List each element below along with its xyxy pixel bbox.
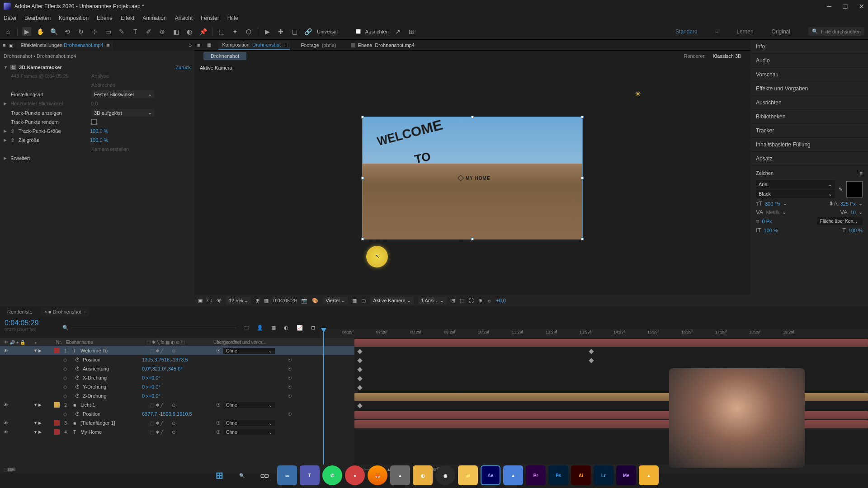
- firefox-icon[interactable]: 🦊: [368, 465, 387, 485]
- stopwatch-icon[interactable]: ⏱: [75, 393, 80, 399]
- menu-animation[interactable]: Animation: [142, 15, 166, 21]
- start-button[interactable]: ⊞: [209, 465, 229, 485]
- app-icon-yellow2[interactable]: ▲: [639, 465, 659, 485]
- menu-komposition[interactable]: Komposition: [59, 15, 89, 21]
- magnify-icon[interactable]: ▣: [198, 298, 203, 304]
- comp-menu-icon[interactable]: ≡: [197, 42, 200, 48]
- tracking-value[interactable]: 10: [850, 210, 856, 215]
- resolution-dropdown[interactable]: Viertel ⌄: [323, 297, 348, 305]
- stopwatch-icon[interactable]: ⏱: [75, 357, 80, 362]
- timeline-ruler[interactable]: 06:29f07:29f08:29f09:29f10:29f11:29f12:2…: [320, 329, 868, 338]
- snapshot-icon[interactable]: 📷: [301, 298, 307, 304]
- hand-tool-icon[interactable]: ✋: [36, 27, 45, 36]
- vf-icon4[interactable]: ⊕: [478, 298, 482, 304]
- panel-menu-icon[interactable]: ≡: [3, 42, 5, 48]
- ae-icon[interactable]: Ae: [481, 465, 500, 485]
- tl-framebend-icon[interactable]: ▦: [271, 325, 276, 331]
- tl-btn-icon[interactable]: ⬚: [244, 325, 249, 331]
- add-icon[interactable]: ✚: [276, 27, 285, 36]
- property-value[interactable]: 0 x+0,0°: [142, 393, 160, 399]
- pr-icon[interactable]: Pr: [526, 465, 546, 485]
- teams-icon[interactable]: T: [300, 465, 320, 485]
- parent-dropdown[interactable]: Ohne⌄: [223, 348, 275, 354]
- zoom-dropdown[interactable]: 12,5% ⌄: [226, 297, 251, 305]
- ps-icon[interactable]: Ps: [548, 465, 568, 485]
- link-icon[interactable]: 🔗: [303, 27, 312, 36]
- effect-name[interactable]: 3D-Kameratracker: [19, 65, 62, 70]
- font-style-dropdown[interactable]: Black⌄: [756, 190, 835, 198]
- maximize-button[interactable]: ☐: [842, 3, 848, 10]
- section-vorschau[interactable]: Vorschau: [750, 68, 868, 82]
- orbit-tool-icon[interactable]: ⟲: [63, 27, 72, 36]
- renderer-value[interactable]: Klassisch 3D: [712, 53, 741, 59]
- roto-tool-icon[interactable]: ◐: [185, 27, 194, 36]
- section-effekte[interactable]: Effekte und Vorgaben: [750, 82, 868, 96]
- zeichen-title[interactable]: Zeichen: [756, 170, 774, 176]
- visibility-icon[interactable]: 👁: [4, 348, 9, 353]
- keyframe-nav-icon[interactable]: ◇: [63, 384, 71, 390]
- exposure-icon[interactable]: ☼: [487, 298, 491, 303]
- trackpunkt-groesse-value[interactable]: 100,0 %: [90, 128, 108, 134]
- keyframe-nav-icon[interactable]: ◇: [63, 375, 71, 381]
- timecode-display[interactable]: 0:04:05:29: [273, 298, 297, 303]
- pickwhip-icon[interactable]: ☉: [288, 393, 292, 399]
- vscale-value[interactable]: 100 %: [764, 228, 778, 233]
- world-axis-icon[interactable]: ✦: [231, 27, 240, 36]
- viewport[interactable]: Aktive Kamera ✴ WELCOME TO MY HOME ↖: [194, 61, 750, 295]
- layer-color-label[interactable]: [54, 420, 60, 426]
- parent-dropdown[interactable]: Ohne⌄: [223, 420, 275, 426]
- keyframe-nav-icon[interactable]: ◇: [63, 393, 71, 399]
- menu-effekt[interactable]: Effekt: [121, 15, 134, 21]
- transparency-icon[interactable]: ▦: [352, 298, 357, 304]
- mask-icon[interactable]: 👁: [217, 298, 222, 303]
- puppet-tool-icon[interactable]: 📌: [198, 27, 208, 36]
- snap-icon[interactable]: ↗: [393, 27, 402, 36]
- brush-tool-icon[interactable]: ✐: [144, 27, 153, 36]
- minimize-button[interactable]: ─: [827, 3, 831, 10]
- section-info[interactable]: Info: [750, 40, 868, 54]
- layer-row[interactable]: 👁 ▼▶ 1 T Welcome To ⬚ ✱ ╱ ⊙ ☉Ohne⌄: [0, 346, 354, 355]
- effect-twirl-icon[interactable]: ▼: [4, 65, 8, 70]
- pickwhip-icon[interactable]: ☉: [288, 375, 292, 381]
- app-icon-blue[interactable]: ▲: [503, 465, 523, 485]
- kerning-value[interactable]: Metrik: [766, 210, 779, 215]
- close-button[interactable]: ✕: [859, 3, 864, 10]
- stopwatch-icon[interactable]: ⏱: [75, 375, 80, 380]
- prop-erweitert[interactable]: Erweitert: [10, 155, 87, 161]
- text-color-swatch[interactable]: [846, 181, 863, 197]
- menu-hilfe[interactable]: Hilfe: [227, 15, 238, 21]
- search-taskbar-icon[interactable]: 🔍: [232, 465, 252, 485]
- play-icon[interactable]: ▶: [263, 27, 272, 36]
- current-timecode[interactable]: 0:04:05:29: [5, 319, 54, 327]
- playhead[interactable]: [323, 329, 324, 465]
- pickwhip-icon[interactable]: ☉: [288, 357, 292, 363]
- renderliste-tab[interactable]: Renderliste: [4, 308, 36, 316]
- leading-value[interactable]: 325 Px: [840, 201, 856, 206]
- pickwhip-icon[interactable]: ☉: [216, 429, 221, 435]
- pickwhip-icon[interactable]: ☉: [216, 348, 221, 354]
- workspace-original[interactable]: Original: [772, 28, 790, 35]
- property-value[interactable]: 0,0°,321,0°,345,0°: [142, 366, 183, 371]
- effect-reset-link[interactable]: Zurück: [175, 65, 191, 70]
- visibility-icon[interactable]: 👁: [4, 421, 9, 426]
- panel-menu-icon[interactable]: ≡: [860, 170, 863, 176]
- layer-row[interactable]: 👁 ▼▶ 3 ■ [Tiefenfänger 1] ⬚ ✱ ╱ ⊙ ☉Ohne⌄: [0, 418, 354, 427]
- help-search[interactable]: 🔍 Hilfe durchsuchen: [808, 27, 864, 36]
- timeline-comp-tab[interactable]: × ■ Drohnenshot ≡: [41, 308, 90, 316]
- layer-color-label[interactable]: [54, 348, 60, 353]
- shape-icon[interactable]: ▢: [290, 27, 299, 36]
- section-tracker[interactable]: Tracker: [750, 124, 868, 138]
- vf-icon3[interactable]: ⛶: [469, 298, 474, 303]
- pickwhip-icon[interactable]: ☉: [216, 402, 221, 408]
- rotate-tool-icon[interactable]: ↻: [76, 27, 85, 36]
- eraser-tool-icon[interactable]: ◧: [171, 27, 180, 36]
- clone-tool-icon[interactable]: ⊕: [158, 27, 167, 36]
- font-family-dropdown[interactable]: Arial⌄: [756, 180, 835, 189]
- visibility-icon[interactable]: 👁: [4, 403, 9, 408]
- section-audio[interactable]: Audio: [750, 54, 868, 68]
- tl-brain-icon[interactable]: ⊡: [311, 325, 315, 331]
- workspace-lernen[interactable]: Lernen: [736, 28, 753, 35]
- font-size-value[interactable]: 300 Px: [765, 201, 780, 206]
- stroke-value[interactable]: 0 Px: [762, 219, 772, 224]
- grid-icon[interactable]: ⊞: [255, 298, 259, 304]
